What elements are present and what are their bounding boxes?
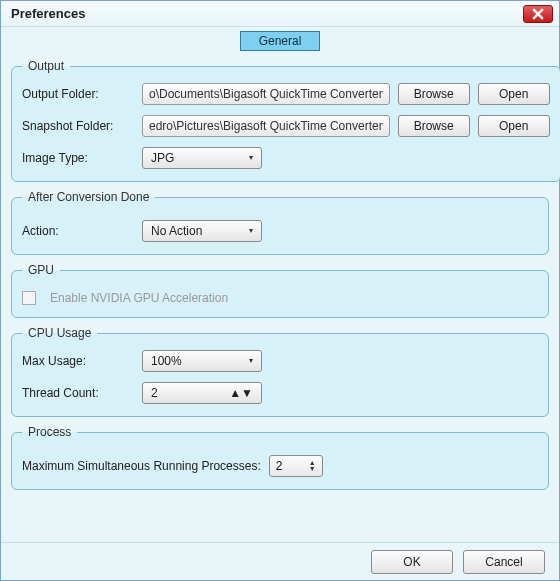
footer: OK Cancel (1, 542, 559, 580)
close-button[interactable] (523, 5, 553, 23)
window-title: Preferences (7, 6, 85, 21)
output-folder-field[interactable]: o\Documents\Bigasoft QuickTime Converter (142, 83, 390, 105)
cpu-group: CPU Usage Max Usage: 100% ▾ Thread Count… (11, 326, 549, 417)
max-usage-combo[interactable]: 100% ▾ (142, 350, 262, 372)
thread-count-spinner[interactable]: 2 ▲▼ (142, 382, 262, 404)
titlebar: Preferences (1, 1, 559, 27)
max-proc-label: Maximum Simultaneous Running Processes: (22, 459, 261, 473)
snapshot-open-button[interactable]: Open (478, 115, 550, 137)
gpu-group: GPU Enable NVIDIA GPU Acceleration (11, 263, 549, 318)
snapshot-browse-button[interactable]: Browse (398, 115, 470, 137)
cancel-button[interactable]: Cancel (463, 550, 545, 574)
process-group: Process Maximum Simultaneous Running Pro… (11, 425, 549, 490)
tab-row: General (1, 27, 559, 59)
thread-count-label: Thread Count: (22, 386, 134, 400)
snapshot-folder-field[interactable]: edro\Pictures\Bigasoft QuickTime Convert… (142, 115, 390, 137)
output-legend: Output (22, 59, 70, 73)
gpu-legend: GPU (22, 263, 60, 277)
cpu-legend: CPU Usage (22, 326, 97, 340)
image-type-combo[interactable]: JPG ▾ (142, 147, 262, 169)
spinner-arrows-icon: ▲▼ (309, 460, 316, 472)
chevron-down-icon: ▾ (249, 156, 253, 160)
output-folder-label: Output Folder: (22, 87, 134, 101)
after-legend: After Conversion Done (22, 190, 155, 204)
action-combo[interactable]: No Action ▾ (142, 220, 262, 242)
snapshot-folder-label: Snapshot Folder: (22, 119, 134, 133)
tab-general[interactable]: General (240, 31, 321, 51)
output-group: Output Output Folder: o\Documents\Bigaso… (11, 59, 560, 182)
close-icon (532, 8, 544, 20)
gpu-checkbox-label: Enable NVIDIA GPU Acceleration (50, 291, 228, 305)
action-label: Action: (22, 224, 134, 238)
max-usage-label: Max Usage: (22, 354, 134, 368)
chevron-down-icon: ▾ (249, 229, 253, 233)
spinner-arrows-icon: ▲▼ (229, 386, 253, 400)
output-browse-button[interactable]: Browse (398, 83, 470, 105)
process-legend: Process (22, 425, 77, 439)
after-conversion-group: After Conversion Done Action: No Action … (11, 190, 549, 255)
ok-button[interactable]: OK (371, 550, 453, 574)
content-area: Output Output Folder: o\Documents\Bigaso… (1, 59, 559, 542)
gpu-checkbox (22, 291, 36, 305)
chevron-down-icon: ▾ (249, 359, 253, 363)
image-type-label: Image Type: (22, 151, 134, 165)
output-open-button[interactable]: Open (478, 83, 550, 105)
max-proc-spinner[interactable]: 2 ▲▼ (269, 455, 323, 477)
preferences-window: Preferences General Output Output Folder… (0, 0, 560, 581)
